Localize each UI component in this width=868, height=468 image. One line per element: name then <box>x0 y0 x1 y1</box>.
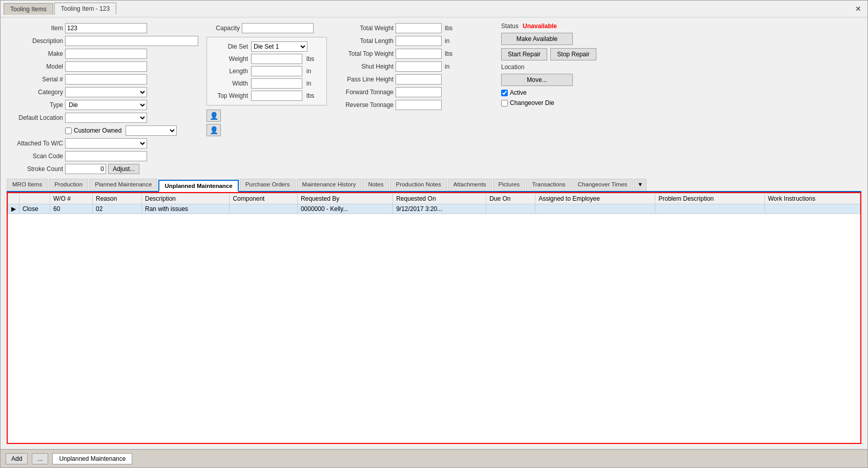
make-input[interactable] <box>65 49 147 59</box>
form-far-right: Status Unavailable Make Available Start … <box>501 23 614 175</box>
form-area: Item Description Make Model Serial # <box>7 23 861 175</box>
die-width-input[interactable] <box>251 78 302 89</box>
col-description: Description <box>142 194 230 204</box>
close-button[interactable]: ✕ <box>852 4 864 14</box>
tab-maintenance-history[interactable]: Maintenance History <box>297 179 362 191</box>
tab-purchase-orders[interactable]: Purchase Orders <box>240 179 296 191</box>
bottom-label: Unplanned Maintenance <box>52 453 132 464</box>
col-status <box>19 194 50 204</box>
attached-wc-select[interactable] <box>65 138 147 148</box>
die-top-weight-unit: lbs <box>306 92 314 99</box>
changeover-die-checkbox[interactable] <box>501 100 508 107</box>
tab-production[interactable]: Production <box>49 179 88 191</box>
customer-owned-checkbox[interactable] <box>65 127 72 134</box>
make-label: Make <box>7 50 63 57</box>
capacity-input[interactable] <box>242 23 314 33</box>
total-top-weight-input[interactable] <box>396 49 442 59</box>
changeover-die-label: Changeover Die <box>510 99 554 107</box>
type-select[interactable]: Die <box>65 100 147 110</box>
pass-line-height-input[interactable] <box>396 74 442 84</box>
bottom-bar: Add ... Unplanned Maintenance <box>1 449 867 467</box>
type-label: Type <box>7 101 63 109</box>
main-window: Tooling Items Tooling Item - 123 ✕ Item … <box>0 0 868 468</box>
active-checkbox[interactable] <box>501 90 508 96</box>
table-row[interactable]: ▶ Close 60 02 Ran with issues 0000000 - … <box>8 204 860 214</box>
stroke-count-input[interactable] <box>65 164 106 174</box>
tab-planned-maintenance[interactable]: Planned Maintenance <box>89 179 157 191</box>
category-select[interactable] <box>65 87 147 97</box>
total-weight-label: Total Weight <box>332 25 394 32</box>
stroke-count-label: Stroke Count <box>7 165 63 173</box>
die-top-weight-input[interactable] <box>251 91 302 101</box>
total-length-unit: in <box>445 37 449 45</box>
tab-unplanned-maintenance[interactable]: Unplanned Maintenance <box>158 180 238 192</box>
tab-pictures[interactable]: Pictures <box>493 179 526 191</box>
dots-button[interactable]: ... <box>32 453 48 464</box>
content-area: Item Description Make Model Serial # <box>1 17 867 449</box>
item-input[interactable] <box>65 23 147 33</box>
status-label: Status <box>501 23 519 30</box>
die-set-box: Die Set Die Set 1 Die Set 2 Weight lbs L… <box>206 37 327 105</box>
forward-tonnage-input[interactable] <box>396 87 442 97</box>
serial-input[interactable] <box>65 74 147 84</box>
form-right-weights: Total Weight lbs Total Length in Total T… <box>332 23 496 175</box>
reverse-tonnage-input[interactable] <box>396 100 442 110</box>
row-status: Close <box>19 204 50 214</box>
serial-label: Serial # <box>7 76 63 83</box>
col-reason: Reason <box>93 194 142 204</box>
location-label: Location <box>501 63 614 71</box>
customer-owned-select[interactable] <box>126 125 177 136</box>
col-requested-by: Requested By <box>297 194 392 204</box>
icon-btn-1[interactable]: 👤 <box>206 110 221 122</box>
die-weight-input[interactable] <box>251 54 302 64</box>
tab-attachments[interactable]: Attachments <box>448 179 492 191</box>
tab-transactions[interactable]: Transactions <box>526 179 571 191</box>
tab-tooling-items[interactable]: Tooling Items <box>4 3 53 15</box>
default-location-label: Default Location <box>7 114 63 121</box>
total-length-input[interactable] <box>396 36 442 46</box>
add-button[interactable]: Add <box>6 453 28 464</box>
die-length-unit: in <box>306 68 311 75</box>
model-input[interactable] <box>65 61 147 72</box>
form-left-col: Item Description Make Model Serial # <box>7 23 201 175</box>
die-length-input[interactable] <box>251 66 302 76</box>
reverse-tonnage-label: Reverse Tonnage <box>332 101 394 109</box>
scan-code-input[interactable] <box>65 151 147 161</box>
col-work-instructions: Work Instructions <box>764 194 860 204</box>
row-assigned <box>535 204 655 214</box>
col-requested-on: Requested On <box>393 194 486 204</box>
die-set-select[interactable]: Die Set 1 Die Set 2 <box>251 41 307 52</box>
tab-bar: MRO Items Production Planned Maintenance… <box>7 179 861 192</box>
adjust-button[interactable]: Adjust... <box>108 164 139 174</box>
tab-mro-items[interactable]: MRO Items <box>7 179 48 191</box>
form-mid-col: Capacity Die Set Die Set 1 Die Set 2 Wei… <box>206 23 327 175</box>
description-input[interactable] <box>65 36 198 46</box>
stop-repair-button[interactable]: Stop Repair <box>550 48 596 60</box>
move-button[interactable]: Move... <box>501 74 573 86</box>
default-location-select[interactable] <box>65 113 147 123</box>
unplanned-maintenance-table: W/O # Reason Description Component Reque… <box>8 193 860 214</box>
tab-changeover-times[interactable]: Changeover Times <box>572 179 633 191</box>
col-wo: W/O # <box>50 194 93 204</box>
tab-production-notes[interactable]: Production Notes <box>390 179 446 191</box>
tab-tooling-item-123[interactable]: Tooling Item - 123 <box>54 3 116 15</box>
col-assigned: Assigned to Employee <box>535 194 655 204</box>
total-weight-input[interactable] <box>396 23 442 33</box>
tab-more-button[interactable]: ▼ <box>634 179 647 191</box>
start-repair-button[interactable]: Start Repair <box>501 48 547 60</box>
scan-code-label: Scan Code <box>7 153 63 160</box>
icon-btn-2[interactable]: 👤 <box>206 124 221 136</box>
category-label: Category <box>7 89 63 96</box>
shut-height-input[interactable] <box>396 61 442 72</box>
row-arrow: ▶ <box>8 204 19 214</box>
table-body: ▶ Close 60 02 Ran with issues 0000000 - … <box>8 204 860 214</box>
col-problem-desc: Problem Description <box>655 194 764 204</box>
status-value: Unavailable <box>523 23 557 30</box>
die-set-label: Die Set <box>212 43 248 50</box>
make-available-button[interactable]: Make Available <box>501 33 573 45</box>
active-label: Active <box>510 89 527 96</box>
tab-notes[interactable]: Notes <box>362 179 389 191</box>
row-description: Ran with issues <box>142 204 230 214</box>
icon-buttons: 👤 👤 <box>206 110 327 136</box>
total-length-label: Total Length <box>332 37 394 45</box>
